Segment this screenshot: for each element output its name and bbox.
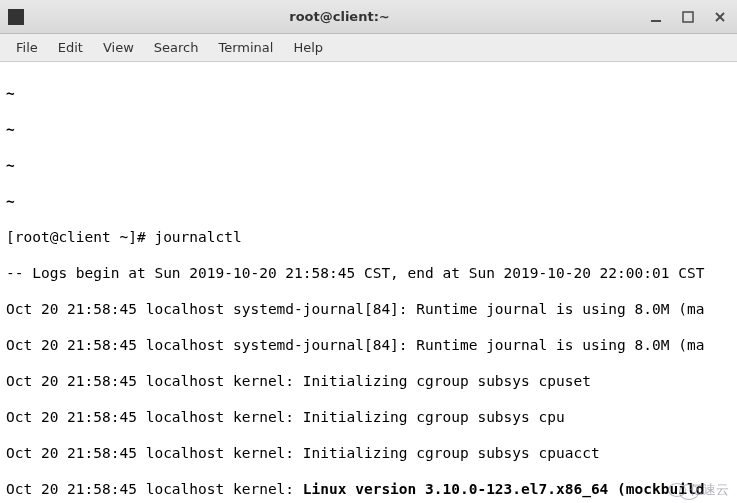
window-title: root@client:~	[32, 9, 647, 24]
menu-edit[interactable]: Edit	[48, 36, 93, 59]
log-line: Oct 20 21:58:45 localhost systemd-journa…	[6, 336, 731, 354]
log-line: Oct 20 21:58:45 localhost kernel: Initia…	[6, 372, 731, 390]
menu-terminal[interactable]: Terminal	[208, 36, 283, 59]
log-line: Oct 20 21:58:45 localhost kernel: Initia…	[6, 444, 731, 462]
vim-tilde: ~	[6, 84, 731, 102]
menu-view[interactable]: View	[93, 36, 144, 59]
menubar: File Edit View Search Terminal Help	[0, 34, 737, 62]
close-button[interactable]	[711, 8, 729, 26]
log-line-kernel-version: Oct 20 21:58:45 localhost kernel: Linux …	[6, 480, 731, 498]
svg-rect-1	[683, 12, 693, 22]
minimize-icon	[650, 11, 662, 23]
menu-search[interactable]: Search	[144, 36, 209, 59]
log-summary: -- Logs begin at Sun 2019-10-20 21:58:45…	[6, 264, 731, 282]
terminal-output[interactable]: ~ ~ ~ ~ [root@client ~]# journalctl -- L…	[0, 62, 737, 503]
log-line: Oct 20 21:58:45 localhost systemd-journa…	[6, 300, 731, 318]
log-prefix: Oct 20 21:58:45 localhost kernel:	[6, 481, 303, 497]
vim-tilde: ~	[6, 156, 731, 174]
window-controls	[647, 8, 729, 26]
menu-help[interactable]: Help	[283, 36, 333, 59]
close-icon	[714, 11, 726, 23]
menu-file[interactable]: File	[6, 36, 48, 59]
vim-tilde: ~	[6, 120, 731, 138]
prompt-line: [root@client ~]# journalctl	[6, 228, 731, 246]
titlebar: root@client:~	[0, 0, 737, 34]
vim-tilde: ~	[6, 192, 731, 210]
minimize-button[interactable]	[647, 8, 665, 26]
watermark: 亿速云	[668, 481, 729, 499]
kernel-version-text: Linux version 3.10.0-123.el7.x86_64 (moc…	[303, 481, 705, 497]
watermark-logo-icon	[668, 483, 686, 497]
svg-rect-0	[651, 20, 661, 22]
maximize-icon	[682, 11, 694, 23]
maximize-button[interactable]	[679, 8, 697, 26]
log-line: Oct 20 21:58:45 localhost kernel: Initia…	[6, 408, 731, 426]
terminal-app-icon	[8, 9, 24, 25]
